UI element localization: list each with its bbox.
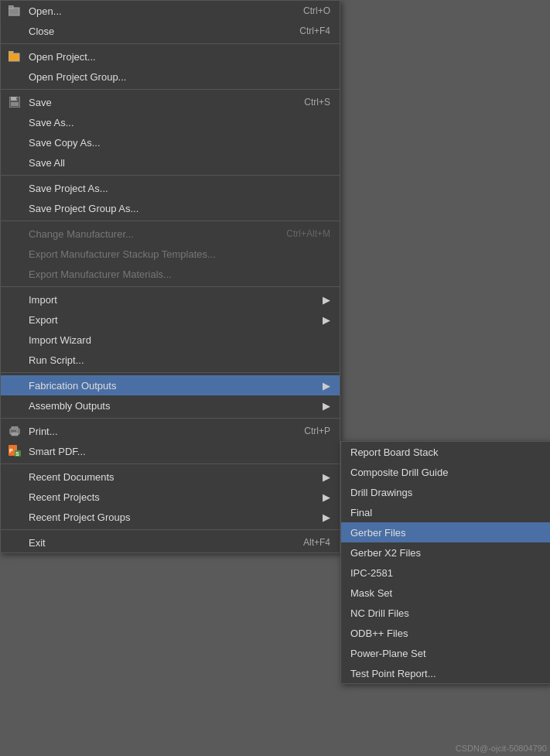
- menu-label-open-project: Open Project...: [29, 51, 96, 63]
- menu-item-exit[interactable]: Exit Alt+F4: [1, 532, 340, 552]
- menu-label-save-project-group-as: Save Project Group As...: [29, 203, 138, 214]
- smart-pdf-icon: P S: [7, 443, 22, 459]
- menu-item-export-manufacturer-stackup: Export Manufacturer Stackup Templates...: [1, 244, 340, 264]
- submenu-item-odb-files[interactable]: ODB++ Files: [341, 623, 550, 643]
- divider-8: [1, 464, 340, 464]
- shortcut-open: Ctrl+O: [272, 5, 330, 16]
- menu-label-exit: Exit: [29, 537, 46, 549]
- arrow-export-icon: ▶: [307, 314, 330, 326]
- menu-item-smart-pdf[interactable]: P S Smart PDF...: [1, 441, 340, 461]
- arrow-recent-projects-icon: ▶: [307, 491, 330, 503]
- menu-item-open-project-group[interactable]: Open Project Group...: [1, 67, 340, 87]
- menu-label-import-wizard: Import Wizard: [29, 334, 91, 346]
- divider-6: [1, 372, 340, 373]
- menu-label-assembly-outputs: Assembly Outputs: [29, 400, 111, 412]
- shortcut-save: Ctrl+S: [273, 97, 330, 108]
- menu-item-save-all[interactable]: Save All: [1, 152, 340, 173]
- divider-3: [1, 175, 340, 176]
- menu-item-run-script[interactable]: Run Script...: [1, 350, 340, 370]
- submenu-item-composite-drill-guide[interactable]: Composite Drill Guide: [341, 462, 550, 482]
- submenu-item-mask-set[interactable]: Mask Set: [341, 583, 550, 603]
- main-menu: Open... Ctrl+O Close Ctrl+F4 Open Projec…: [0, 0, 340, 553]
- menu-label-export-manufacturer-materials: Export Manufacturer Materials...: [29, 269, 172, 280]
- svg-rect-1: [9, 5, 13, 9]
- submenu-item-power-plane-set[interactable]: Power-Plane Set: [341, 643, 550, 663]
- submenu-item-final[interactable]: Final: [341, 502, 550, 522]
- menu-item-save-as[interactable]: Save As...: [1, 112, 340, 132]
- menu-label-save-project-as: Save Project As...: [29, 183, 108, 194]
- svg-text:P: P: [9, 448, 13, 453]
- menu-item-recent-projects[interactable]: Recent Projects ▶: [1, 487, 340, 507]
- submenu-label-test-point-report: Test Point Report...: [350, 668, 436, 679]
- menu-item-save-project-as[interactable]: Save Project As...: [1, 178, 340, 198]
- shortcut-exit: Alt+F4: [272, 537, 330, 548]
- svg-rect-5: [11, 97, 17, 101]
- menu-item-import-wizard[interactable]: Import Wizard: [1, 330, 340, 350]
- divider-5: [1, 286, 340, 287]
- menu-label-close: Close: [29, 26, 54, 37]
- submenu-item-nc-drill-files[interactable]: NC Drill Files: [341, 603, 550, 623]
- menu-item-change-manufacturer: Change Manufacturer... Ctrl+Alt+M: [1, 224, 340, 244]
- open-project-icon: [7, 49, 22, 64]
- menu-label-open-project-group: Open Project Group...: [29, 71, 126, 83]
- menu-item-close[interactable]: Close Ctrl+F4: [1, 21, 340, 41]
- divider-7: [1, 418, 340, 419]
- menu-item-save-project-group-as[interactable]: Save Project Group As...: [1, 198, 340, 218]
- svg-rect-3: [9, 51, 13, 54]
- menu-label-smart-pdf: Smart PDF...: [29, 446, 86, 457]
- svg-rect-11: [16, 430, 18, 432]
- menu-label-export-manufacturer-stackup: Export Manufacturer Stackup Templates...: [29, 248, 216, 260]
- submenu-item-report-board-stack[interactable]: Report Board Stack: [341, 442, 550, 462]
- menu-item-fabrication-outputs[interactable]: Fabrication Outputs ▶: [1, 375, 340, 395]
- menu-item-open[interactable]: Open... Ctrl+O: [1, 1, 340, 21]
- arrow-fabrication-icon: ▶: [307, 380, 330, 392]
- menu-item-assembly-outputs[interactable]: Assembly Outputs ▶: [1, 395, 340, 416]
- submenu-label-power-plane-set: Power-Plane Set: [350, 648, 426, 659]
- menu-label-open: Open...: [29, 5, 62, 17]
- svg-rect-7: [16, 97, 18, 100]
- submenu-label-ipc-2581: IPC-2581: [350, 567, 393, 579]
- menu-item-import[interactable]: Import ▶: [1, 289, 340, 310]
- submenu-label-report-board-stack: Report Board Stack: [350, 446, 438, 458]
- menu-item-save[interactable]: Save Ctrl+S: [1, 92, 340, 112]
- menu-item-export-manufacturer-materials: Export Manufacturer Materials...: [1, 264, 340, 284]
- menu-item-print[interactable]: Print... Ctrl+P: [1, 421, 340, 441]
- arrow-import-icon: ▶: [307, 294, 330, 306]
- save-icon: [7, 94, 22, 110]
- submenu-fabrication-outputs: Report Board Stack Composite Drill Guide…: [340, 441, 550, 684]
- submenu-label-final: Final: [350, 507, 372, 518]
- submenu-item-ipc-2581[interactable]: IPC-2581: [341, 563, 550, 583]
- watermark: CSDN@-ojcit-50804790: [453, 741, 550, 756]
- menu-item-open-project[interactable]: Open Project...: [1, 46, 340, 67]
- menu-label-save-as: Save As...: [29, 117, 74, 128]
- submenu-label-gerber-x2-files: Gerber X2 Files: [350, 547, 421, 559]
- menu-label-save: Save: [29, 97, 52, 108]
- menu-label-save-copy-as: Save Copy As...: [29, 137, 101, 149]
- menu-item-save-copy-as[interactable]: Save Copy As...: [1, 132, 340, 152]
- submenu-item-drill-drawings[interactable]: Drill Drawings: [341, 482, 550, 502]
- svg-text:S: S: [15, 451, 19, 457]
- menu-label-fabrication-outputs: Fabrication Outputs: [29, 380, 116, 392]
- submenu-item-gerber-files[interactable]: Gerber Files: [341, 522, 550, 542]
- menu-label-change-manufacturer: Change Manufacturer...: [29, 228, 134, 240]
- divider-1: [1, 43, 340, 44]
- submenu-item-gerber-x2-files[interactable]: Gerber X2 Files: [341, 542, 550, 563]
- submenu-item-test-point-report[interactable]: Test Point Report...: [341, 663, 550, 683]
- divider-2: [1, 89, 340, 90]
- shortcut-change-manufacturer: Ctrl+Alt+M: [255, 228, 330, 239]
- menu-label-recent-documents: Recent Documents: [29, 471, 114, 483]
- menu-label-import: Import: [29, 294, 57, 306]
- arrow-assembly-icon: ▶: [307, 400, 330, 412]
- menu-item-recent-project-groups[interactable]: Recent Project Groups ▶: [1, 507, 340, 527]
- divider-9: [1, 529, 340, 530]
- menu-item-export[interactable]: Export ▶: [1, 310, 340, 330]
- menu-item-recent-documents[interactable]: Recent Documents ▶: [1, 467, 340, 487]
- submenu-label-drill-drawings: Drill Drawings: [350, 487, 412, 498]
- menu-label-run-script: Run Script...: [29, 354, 84, 366]
- menu-label-recent-project-groups: Recent Project Groups: [29, 511, 131, 523]
- watermark-text: CSDN@-ojcit-50804790: [456, 744, 547, 753]
- arrow-recent-groups-icon: ▶: [307, 511, 330, 523]
- print-icon: [7, 423, 22, 439]
- divider-4: [1, 221, 340, 221]
- submenu-label-nc-drill-files: NC Drill Files: [350, 607, 409, 619]
